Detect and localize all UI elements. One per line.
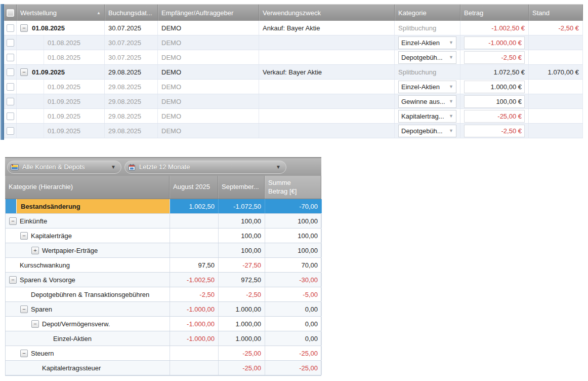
category-label-cell: −Einkünfte <box>6 214 170 228</box>
sort-ascending-icon: ▲ <box>95 11 101 15</box>
betrag-input[interactable]: -2,50 € <box>464 51 525 64</box>
column-header-wertstellung[interactable]: Wertstellung ▲ <box>17 5 105 21</box>
category-row[interactable]: −Kapitalertragssteuer-25,00-25,00 <box>6 361 321 375</box>
betrag-input[interactable]: 100,00 € <box>464 95 525 108</box>
row-checkbox[interactable] <box>7 98 14 105</box>
category-row[interactable]: −Depot/Vermögensverw.-1.000,001.000,000,… <box>6 317 321 331</box>
column-header-buchungsdatum[interactable]: Buchungsdat... <box>105 5 158 21</box>
summe-value-cell: 100,00 <box>265 228 322 243</box>
amount-value: -5,00 <box>303 291 318 298</box>
category-row[interactable]: +Wertpapier-Erträge100,00100,00 <box>6 243 321 258</box>
column-header-verwendungszweck[interactable]: Verwendungszweck <box>259 5 395 21</box>
collapse-toggle[interactable]: − <box>20 306 28 313</box>
august-value-cell <box>170 228 219 243</box>
category-label-cell: −Sparen & Vorsorge <box>6 273 170 287</box>
betrag-value: 1.072,50 € <box>494 68 525 76</box>
empfaenger-value: DEMO <box>161 98 181 105</box>
row-checkbox[interactable] <box>7 112 14 120</box>
transaction-row[interactable]: 01.09.202529.08.2025DEMOKapitalertrag...… <box>4 109 583 124</box>
category-row[interactable]: −Depotgebühren & Transaktionsgebühren-2,… <box>6 287 321 302</box>
accounts-filter-dropdown[interactable]: Alle Konten & Depots ▼ <box>7 161 121 174</box>
amount-value: 1.000,00 <box>235 335 261 342</box>
column-header-august-2025[interactable]: August 2025 <box>170 176 218 199</box>
row-checkbox[interactable] <box>7 127 14 135</box>
transaction-row[interactable]: −01.09.202529.08.2025DEMOVerkauf: Bayer … <box>4 65 583 80</box>
empfaenger-value: DEMO <box>161 83 181 91</box>
report-header-row: Kategorie (Hierarchie) August 2025 Septe… <box>5 176 321 199</box>
transaction-row[interactable]: 01.08.202530.07.2025DEMOEinzel-Aktien▼-1… <box>4 35 583 50</box>
row-checkbox[interactable] <box>7 24 14 32</box>
buchungsdatum-cell: 29.08.2025 <box>105 65 158 79</box>
amount-value: -25,00 <box>299 364 318 372</box>
collapse-toggle[interactable]: − <box>20 350 28 357</box>
wertstellung-value: 01.08.2025 <box>32 24 65 32</box>
category-row[interactable]: −Einzel-Aktien-1.000,001.000,000,00 <box>6 331 321 346</box>
category-label-cell: −Kapitalertragssteuer <box>6 361 170 375</box>
column-header-september[interactable]: September... <box>218 176 265 199</box>
amount-value: -25,00 <box>242 350 261 357</box>
collapse-toggle[interactable]: − <box>20 24 28 32</box>
buchungsdatum-cell: 30.07.2025 <box>105 21 158 35</box>
transaction-row[interactable]: 01.08.202530.07.2025DEMODepotgebüh...▼-2… <box>4 50 583 65</box>
category-label-cell: +Wertpapier-Erträge <box>6 243 170 257</box>
column-header-summe-betrag[interactable]: Summe Betrag [€] <box>265 176 321 199</box>
stand-cell <box>529 109 583 123</box>
transaction-row[interactable]: 01.09.202529.08.2025DEMOEinzel-Aktien▼1.… <box>4 80 583 94</box>
category-name: Steuern <box>31 350 54 357</box>
row-checkbox[interactable] <box>7 83 14 91</box>
betrag-cell: -1.000,00 € <box>460 35 529 50</box>
column-header-empfaenger[interactable]: Empfänger/Auftraggeber <box>158 5 259 21</box>
betrag-input[interactable]: -1.000,00 € <box>464 36 525 49</box>
kategorie-dropdown[interactable]: Depotgebüh...▼ <box>398 51 456 64</box>
category-label-cell: −Sparen <box>6 302 170 316</box>
buchungsdatum-cell: 30.07.2025 <box>105 50 158 64</box>
column-header-kategorie-hierarchie[interactable]: Kategorie (Hierarchie) <box>5 176 170 199</box>
row-checkbox[interactable] <box>7 54 14 61</box>
betrag-input[interactable]: -2,50 € <box>464 125 525 137</box>
category-row[interactable]: −Kapitalerträge100,00100,00 <box>6 228 321 243</box>
kategorie-dropdown[interactable]: Einzel-Aktien▼ <box>398 81 456 93</box>
collapse-toggle[interactable]: − <box>20 68 28 76</box>
betrag-value: -25,00 € <box>497 112 522 120</box>
august-value-cell: -1.002,50 <box>170 273 219 287</box>
select-all-checkbox[interactable] <box>7 9 14 17</box>
august-value-cell <box>170 346 219 360</box>
kategorie-dropdown[interactable]: Depotgebüh...▼ <box>398 125 456 137</box>
expand-toggle[interactable]: + <box>31 247 39 254</box>
kategorie-dropdown[interactable]: Einzel-Aktien▼ <box>398 36 456 49</box>
column-header-kategorie[interactable]: Kategorie <box>395 5 460 21</box>
stand-cell <box>529 50 583 64</box>
transaction-row[interactable]: 01.09.202529.08.2025DEMOGewinne aus...▼1… <box>4 94 583 109</box>
category-row[interactable]: −Sparen-1.000,001.000,000,00 <box>6 302 321 317</box>
collapse-toggle[interactable]: − <box>9 217 17 225</box>
category-row[interactable]: Bestandsänderung1.002,50-1.072,50-70,00 <box>6 199 321 214</box>
period-filter-dropdown[interactable]: Letzte 12 Monate ▼ <box>124 161 286 174</box>
category-row[interactable]: −Sparen & Vorsorge-1.002,50972,50-30,00 <box>6 273 321 287</box>
collapse-toggle[interactable]: − <box>20 232 28 240</box>
betrag-input[interactable]: 1.000,00 € <box>464 81 525 93</box>
category-row[interactable]: −Kursschwankung97,50-27,5070,00 <box>6 258 321 273</box>
category-row[interactable]: −Steuern-25,00-25,00 <box>6 346 321 361</box>
betrag-input[interactable]: -25,00 € <box>464 110 525 123</box>
row-checkbox[interactable] <box>7 68 14 76</box>
column-header-label: Betrag <box>464 9 483 17</box>
august-value-cell: -1.000,00 <box>170 331 219 346</box>
kategorie-dropdown[interactable]: Gewinne aus...▼ <box>398 95 456 108</box>
kategorie-cell: Einzel-Aktien▼ <box>395 80 460 94</box>
amount-value: 0,00 <box>305 306 318 313</box>
row-select-cell <box>4 35 17 50</box>
kategorie-dropdown[interactable]: Kapitalertrag...▼ <box>398 110 456 123</box>
row-checkbox[interactable] <box>7 39 14 47</box>
column-header-label: Verwendungszweck <box>263 9 321 17</box>
collapse-toggle[interactable]: − <box>9 276 17 284</box>
category-row[interactable]: −Einkünfte100,00100,00 <box>6 214 321 228</box>
transaction-row[interactable]: 01.09.202529.08.2025DEMODepotgebüh...▼-2… <box>4 124 583 138</box>
transaction-row[interactable]: −01.08.202530.07.2025DEMOAnkauf: Bayer A… <box>4 21 583 35</box>
tree-indent <box>20 94 44 108</box>
wertstellung-cell: 01.09.2025 <box>17 94 105 108</box>
betrag-cell: -1.002,50 € <box>460 21 529 35</box>
column-header-betrag[interactable]: Betrag <box>460 5 529 21</box>
calendar-icon <box>128 164 136 171</box>
collapse-toggle[interactable]: − <box>31 320 39 328</box>
column-header-stand[interactable]: Stand <box>529 5 583 21</box>
